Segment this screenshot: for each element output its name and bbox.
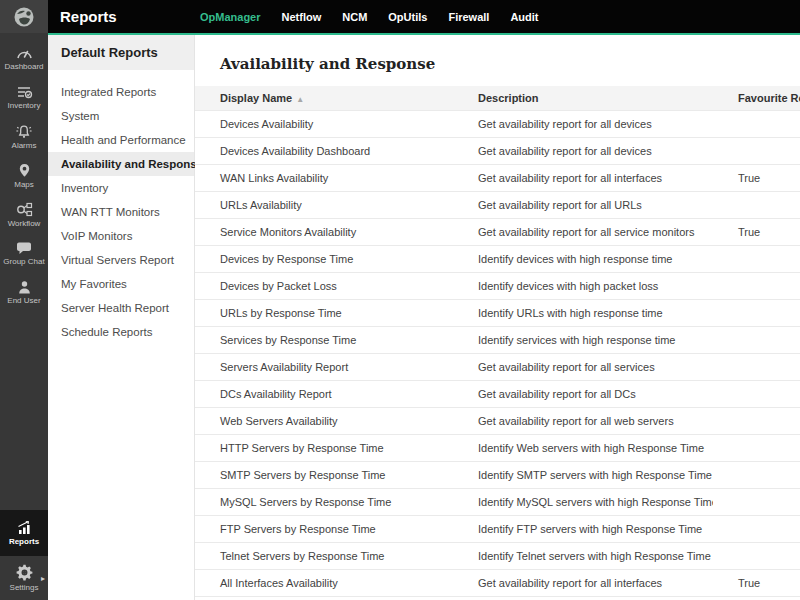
cell-display-name[interactable]: Devices Availability [195, 111, 453, 138]
cell-favourite [713, 111, 800, 138]
table-row[interactable]: FTP Servers by Response Time Identify FT… [195, 516, 800, 543]
rail-label: Reports [9, 537, 39, 546]
sidebar-item-availability-and-response[interactable]: Availability and Response [48, 152, 194, 176]
cell-favourite [713, 543, 800, 570]
rail-label: Dashboard [4, 62, 43, 71]
sidebar-item-my-favorites[interactable]: My Favorites [48, 272, 194, 296]
table-row[interactable]: DownTime Report DownTime history for all… [195, 597, 800, 600]
nav-item-opmanager[interactable]: OpManager [200, 11, 261, 23]
cell-display-name[interactable]: Devices by Packet Loss [195, 273, 453, 300]
sidebar-item-schedule-reports[interactable]: Schedule Reports [48, 320, 194, 344]
table-header-row: Display Name▲ Description Favourite Repo… [195, 86, 800, 111]
inventory-list-icon [16, 85, 33, 99]
cell-display-name[interactable]: SMTP Servers by Response Time [195, 462, 453, 489]
gear-icon [16, 564, 33, 581]
table-row[interactable]: Devices by Response Time Identify device… [195, 246, 800, 273]
cell-display-name[interactable]: HTTP Servers by Response Time [195, 435, 453, 462]
table-row[interactable]: DCs Availability Report Get availability… [195, 381, 800, 408]
column-header-favourite-report[interactable]: Favourite Report [713, 86, 800, 111]
report-table: Display Name▲ Description Favourite Repo… [195, 86, 800, 600]
sidebar-item-virtual-servers-report[interactable]: Virtual Servers Report [48, 248, 194, 272]
cell-display-name[interactable]: FTP Servers by Response Time [195, 516, 453, 543]
cell-display-name[interactable]: DownTime Report [195, 597, 453, 600]
rail-item-inventory[interactable]: Inventory [0, 78, 48, 117]
table-row[interactable]: Service Monitors Availability Get availa… [195, 219, 800, 246]
nav-item-oputils[interactable]: OpUtils [388, 11, 427, 23]
table-row[interactable]: Devices Availability Get availability re… [195, 111, 800, 138]
cell-description: Get availability report for all URLs [453, 192, 713, 219]
cell-display-name[interactable]: Devices by Response Time [195, 246, 453, 273]
cell-display-name[interactable]: Service Monitors Availability [195, 219, 453, 246]
sidebar-item-system[interactable]: System [48, 104, 194, 128]
cell-description: Identify devices with high response time [453, 246, 713, 273]
cell-description: Identify MySQL servers with high Respons… [453, 489, 713, 516]
table-row[interactable]: HTTP Servers by Response Time Identify W… [195, 435, 800, 462]
sidebar-list: Integrated Reports System Health and Per… [48, 80, 194, 344]
rail-item-alarms[interactable]: Alarms [0, 117, 48, 156]
opmanager-logo-icon [13, 6, 35, 28]
cell-description: Get availability report for all web serv… [453, 408, 713, 435]
cell-display-name[interactable]: URLs Availability [195, 192, 453, 219]
cell-favourite [713, 489, 800, 516]
rail-item-workflow[interactable]: Workflow [0, 195, 48, 234]
rail-item-end-user[interactable]: End User [0, 273, 48, 312]
bell-alert-icon [15, 124, 33, 139]
person-icon [17, 280, 32, 294]
column-header-display-name[interactable]: Display Name▲ [195, 86, 453, 111]
table-row[interactable]: URLs by Response Time Identify URLs with… [195, 300, 800, 327]
table-row[interactable]: Telnet Servers by Response Time Identify… [195, 543, 800, 570]
right-column: Reports OpManager Netflow NCM OpUtils Fi… [48, 0, 800, 600]
sidebar-item-server-health-report[interactable]: Server Health Report [48, 296, 194, 320]
sidebar-item-integrated-reports[interactable]: Integrated Reports [48, 80, 194, 104]
nav-item-netflow[interactable]: Netflow [282, 11, 322, 23]
rail-label: Inventory [8, 101, 41, 110]
cell-description: Identify Web servers with high Response … [453, 435, 713, 462]
rail-item-maps[interactable]: Maps [0, 156, 48, 195]
cell-display-name[interactable]: DCs Availability Report [195, 381, 453, 408]
cell-description: Get availability report for all service … [453, 219, 713, 246]
rail-label: Alarms [12, 141, 37, 150]
cell-description: Get availability report for all interfac… [453, 165, 713, 192]
rail-label: Group Chat [3, 257, 44, 266]
report-category-sidebar: Default Reports Integrated Reports Syste… [48, 35, 195, 600]
rail-item-dashboard[interactable]: Dashboard [0, 39, 48, 78]
main-panel: Availability and Response Display Name▲ … [195, 35, 800, 600]
table-row[interactable]: MySQL Servers by Response Time Identify … [195, 489, 800, 516]
cell-description: Identify FTP servers with high Response … [453, 516, 713, 543]
table-row[interactable]: Servers Availability Report Get availabi… [195, 354, 800, 381]
cell-favourite [713, 516, 800, 543]
sidebar-item-health-and-performance[interactable]: Health and Performance [48, 128, 194, 152]
table-row[interactable]: Devices Availability Dashboard Get avail… [195, 138, 800, 165]
cell-favourite: True [713, 165, 800, 192]
table-row[interactable]: Services by Response Time Identify servi… [195, 327, 800, 354]
cell-display-name[interactable]: Telnet Servers by Response Time [195, 543, 453, 570]
table-row[interactable]: Devices by Packet Loss Identify devices … [195, 273, 800, 300]
cell-display-name[interactable]: WAN Links Availability [195, 165, 453, 192]
cell-display-name[interactable]: MySQL Servers by Response Time [195, 489, 453, 516]
cell-display-name[interactable]: Devices Availability Dashboard [195, 138, 453, 165]
cell-display-name[interactable]: Web Servers Availability [195, 408, 453, 435]
rail-item-group-chat[interactable]: Group Chat [0, 234, 48, 273]
cell-display-name[interactable]: Services by Response Time [195, 327, 453, 354]
table-row[interactable]: Web Servers Availability Get availabilit… [195, 408, 800, 435]
cell-display-name[interactable]: Servers Availability Report [195, 354, 453, 381]
table-row[interactable]: WAN Links Availability Get availability … [195, 165, 800, 192]
table-row[interactable]: All Interfaces Availability Get availabi… [195, 570, 800, 597]
table-row[interactable]: URLs Availability Get availability repor… [195, 192, 800, 219]
nav-item-ncm[interactable]: NCM [342, 11, 367, 23]
nav-item-audit[interactable]: Audit [510, 11, 538, 23]
opmanager-logo[interactable] [0, 0, 48, 33]
gauge-icon [16, 46, 33, 60]
nav-item-firewall[interactable]: Firewall [448, 11, 489, 23]
cell-description: Identify URLs with high response time [453, 300, 713, 327]
sidebar-item-inventory[interactable]: Inventory [48, 176, 194, 200]
rail-item-settings[interactable]: Settings ▸ [0, 556, 48, 600]
column-header-description[interactable]: Description [453, 86, 713, 111]
rail-item-reports[interactable]: Reports [0, 510, 48, 556]
cell-description: Get availability report for all services [453, 354, 713, 381]
sidebar-item-wan-rtt-monitors[interactable]: WAN RTT Monitors [48, 200, 194, 224]
table-row[interactable]: SMTP Servers by Response Time Identify S… [195, 462, 800, 489]
cell-display-name[interactable]: URLs by Response Time [195, 300, 453, 327]
cell-display-name[interactable]: All Interfaces Availability [195, 570, 453, 597]
sidebar-item-voip-monitors[interactable]: VoIP Monitors [48, 224, 194, 248]
